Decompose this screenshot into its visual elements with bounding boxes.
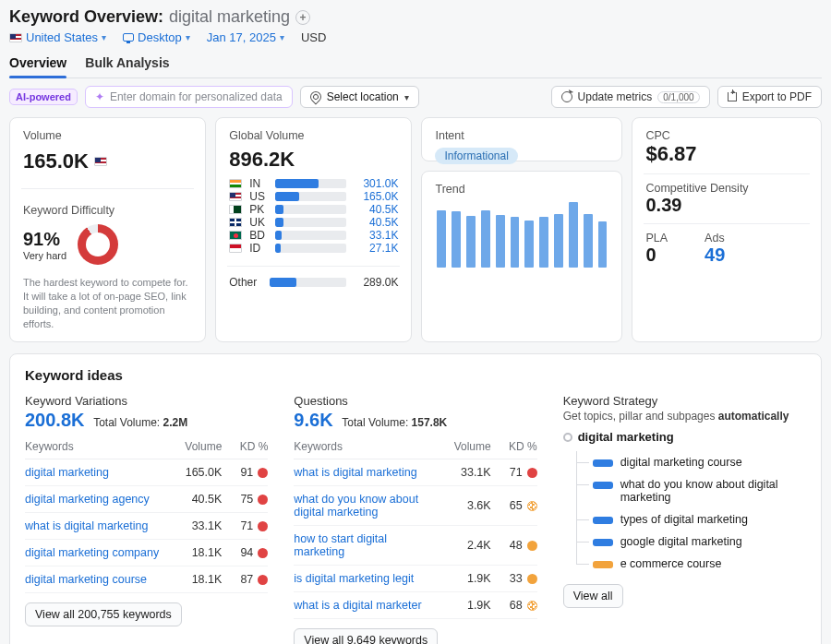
uk-flag-icon bbox=[229, 218, 242, 227]
kd-level: Very hard bbox=[23, 250, 66, 261]
kd-dot-icon bbox=[527, 541, 537, 551]
view-all-strategy-button[interactable]: View all bbox=[563, 584, 623, 608]
card-trend: Trend bbox=[421, 171, 622, 342]
strategy-node[interactable]: types of digital marketing bbox=[576, 508, 806, 531]
strategy-seg-icon bbox=[593, 561, 613, 568]
kd-dot-icon bbox=[527, 501, 537, 511]
update-counter: 0/1,000 bbox=[657, 91, 699, 103]
keyword-link[interactable]: digital marketing company bbox=[25, 546, 168, 559]
keyword-link[interactable]: digital marketing agency bbox=[25, 493, 168, 506]
intent-label: Intent bbox=[435, 129, 608, 142]
sparkle-icon: ✦ bbox=[95, 90, 104, 103]
table-row: digital marketing agency40.5K75 bbox=[25, 486, 268, 513]
gv-label: Global Volume bbox=[229, 129, 398, 142]
kd-dot-icon bbox=[527, 574, 537, 584]
keyword-link[interactable]: digital marketing bbox=[25, 466, 168, 479]
pk-flag-icon bbox=[229, 205, 242, 214]
strategy-node[interactable]: e commerce course bbox=[576, 553, 806, 575]
gv-value: 896.2K bbox=[229, 148, 398, 172]
filter-country[interactable]: United States ▾ bbox=[9, 30, 106, 44]
export-pdf-button[interactable]: Export to PDF bbox=[717, 86, 822, 108]
cpc-value: $6.87 bbox=[645, 142, 808, 166]
volume-value: 165.0K bbox=[23, 149, 192, 173]
kd-donut-icon bbox=[78, 224, 118, 265]
bd-flag-icon bbox=[229, 231, 242, 240]
card-global-volume: Global Volume 896.2K IN301.0KUS165.0KPK4… bbox=[215, 117, 412, 342]
table-row: digital marketing company18.1K94 bbox=[25, 540, 268, 566]
add-keyword-icon[interactable]: + bbox=[295, 10, 310, 25]
us-flag-icon bbox=[229, 192, 242, 201]
questions-table-header: Keywords Volume KD % bbox=[294, 431, 536, 459]
keyword-link[interactable]: how to start digital marketing bbox=[294, 532, 437, 558]
keyword-ideas-panel: Keyword ideas Keyword Variations 200.8K … bbox=[9, 353, 822, 644]
strategy-seg-icon bbox=[593, 517, 613, 524]
intent-trend-column: Intent Informational Trend bbox=[421, 117, 622, 342]
table-row: is digital marketing legit1.9K33 bbox=[294, 566, 536, 592]
questions-heading: Questions bbox=[294, 394, 536, 408]
card-volume: Volume 165.0K Keyword Difficulty 91% Ver… bbox=[9, 117, 206, 342]
gv-row: PK40.5K bbox=[229, 203, 398, 216]
ads-label: Ads bbox=[705, 232, 725, 244]
refresh-icon bbox=[561, 91, 572, 102]
variations-table-header: Keywords Volume KD % bbox=[25, 431, 268, 459]
title-keyword: digital marketing bbox=[169, 7, 290, 27]
chevron-down-icon: ▾ bbox=[404, 92, 409, 102]
questions-count[interactable]: 9.6K bbox=[294, 410, 332, 431]
strategy-seg-icon bbox=[593, 482, 613, 489]
filter-bar: United States ▾ Desktop ▾ Jan 17, 2025 ▾… bbox=[9, 30, 822, 52]
pla-value: 0 bbox=[645, 244, 668, 266]
table-row: how to start digital marketing2.4K48 bbox=[294, 526, 536, 566]
strategy-node[interactable]: google digital marketing bbox=[576, 531, 806, 553]
gv-row-other: Other 289.0K bbox=[229, 276, 398, 289]
filter-date[interactable]: Jan 17, 2025 ▾ bbox=[207, 30, 284, 44]
kd-dot-icon bbox=[258, 495, 268, 505]
title-prefix: Keyword Overview: bbox=[9, 7, 163, 27]
variations-count[interactable]: 200.8K bbox=[25, 410, 85, 431]
pin-icon bbox=[307, 89, 323, 105]
keyword-link[interactable]: digital marketing course bbox=[25, 573, 168, 586]
kd-dot-icon bbox=[258, 575, 268, 585]
card-intent: Intent Informational bbox=[421, 117, 622, 161]
trend-label: Trend bbox=[435, 183, 608, 196]
keyword-link[interactable]: what is a digital marketer bbox=[294, 599, 437, 612]
strategy-root: digital marketing bbox=[563, 430, 806, 444]
view-all-questions-button[interactable]: View all 9,649 keywords bbox=[294, 628, 438, 644]
strategy-node[interactable]: what do you know about digital marketing bbox=[576, 473, 806, 508]
tab-bulk-analysis[interactable]: Bulk Analysis bbox=[85, 52, 169, 78]
metric-cards-row: Volume 165.0K Keyword Difficulty 91% Ver… bbox=[9, 117, 822, 342]
col-questions: Questions 9.6K Total Volume: 157.8K Keyw… bbox=[294, 394, 536, 644]
id-flag-icon bbox=[229, 244, 242, 253]
col-variations: Keyword Variations 200.8K Total Volume: … bbox=[25, 394, 268, 644]
table-row: what do you know about digital marketing… bbox=[294, 486, 536, 526]
update-metrics-button[interactable]: Update metrics 0/1,000 bbox=[551, 86, 710, 108]
select-location[interactable]: Select location ▾ bbox=[300, 86, 419, 108]
table-row: what is a digital marketer1.9K68 bbox=[294, 592, 536, 619]
keyword-link[interactable]: what is digital marketing bbox=[294, 466, 437, 479]
root-dot-icon bbox=[563, 433, 572, 442]
page-title: Keyword Overview: digital marketing + bbox=[9, 6, 822, 30]
intent-value: Informational bbox=[435, 148, 517, 164]
kd-dot-icon bbox=[527, 468, 537, 478]
strategy-seg-icon bbox=[593, 459, 613, 467]
domain-input[interactable]: ✦ Enter domain for personalized data bbox=[85, 86, 293, 108]
table-row: what is digital marketing33.1K71 bbox=[294, 459, 536, 486]
strategy-node[interactable]: digital marketing course bbox=[576, 451, 806, 473]
ai-powered-badge: AI-powered bbox=[9, 89, 78, 105]
keyword-link[interactable]: what is digital marketing bbox=[25, 519, 168, 532]
desktop-icon bbox=[123, 33, 134, 42]
us-flag-icon bbox=[9, 33, 22, 42]
filter-device[interactable]: Desktop ▾ bbox=[123, 30, 190, 44]
pla-label: PLA bbox=[645, 232, 668, 244]
volume-label: Volume bbox=[23, 129, 192, 142]
ads-value[interactable]: 49 bbox=[705, 244, 725, 266]
keyword-link[interactable]: what do you know about digital marketing bbox=[294, 493, 437, 519]
trend-chart bbox=[435, 196, 608, 268]
cpc-label: CPC bbox=[645, 129, 808, 142]
filter-currency[interactable]: USD bbox=[301, 30, 326, 44]
tab-overview[interactable]: Overview bbox=[9, 52, 66, 78]
us-flag-icon bbox=[94, 157, 107, 166]
view-all-variations-button[interactable]: View all 200,755 keywords bbox=[25, 602, 182, 626]
control-row: AI-powered ✦ Enter domain for personaliz… bbox=[9, 86, 822, 108]
domain-placeholder: Enter domain for personalized data bbox=[110, 90, 283, 103]
keyword-link[interactable]: is digital marketing legit bbox=[294, 572, 437, 585]
